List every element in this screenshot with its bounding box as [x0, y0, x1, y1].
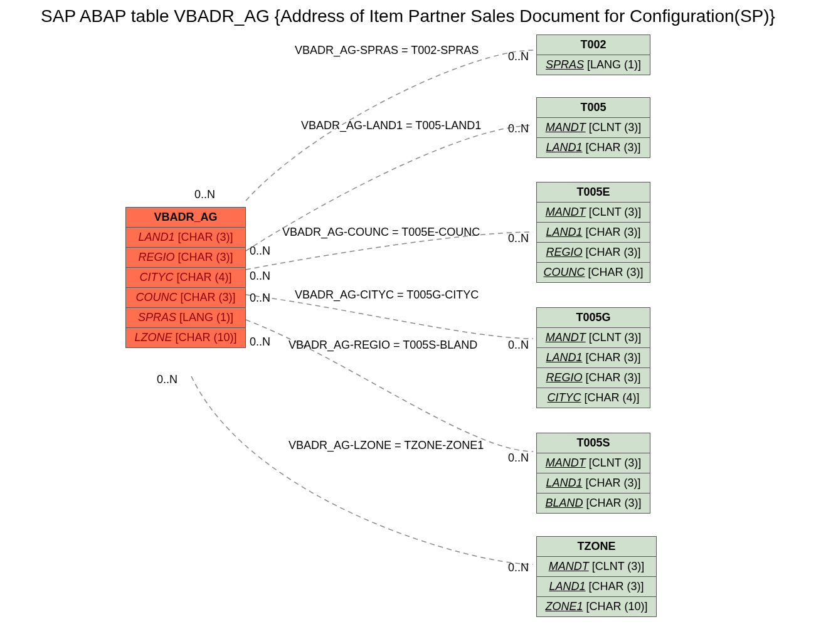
- cardinality-right: 0..N: [508, 232, 529, 245]
- entity-field: REGIO [CHAR (3)]: [537, 243, 650, 263]
- entity-field: CITYC [CHAR (4)]: [537, 388, 650, 408]
- cardinality-left: 0..N: [250, 335, 270, 349]
- entity-field: MANDT [CLNT (3)]: [537, 203, 650, 223]
- cardinality-left: 0..N: [250, 270, 270, 283]
- entity-field: BLAND [CHAR (3)]: [537, 494, 650, 513]
- entity-header: T005: [537, 98, 650, 118]
- cardinality-right: 0..N: [508, 339, 529, 352]
- relation-label: VBADR_AG-REGIO = T005S-BLAND: [289, 339, 477, 352]
- entity-field: LAND1 [CHAR (3)]: [537, 577, 656, 597]
- entity-field: LAND1 [CHAR (3)]: [537, 223, 650, 243]
- entity-header: T005G: [537, 308, 650, 328]
- cardinality-left: 0..N: [157, 373, 178, 386]
- entity-field: MANDT [CLNT (3)]: [537, 118, 650, 138]
- entity-header: TZONE: [537, 537, 656, 557]
- entity-header: T005S: [537, 433, 650, 453]
- entity-field: LAND1 [CHAR (3)]: [537, 473, 650, 494]
- cardinality-left: 0..N: [250, 292, 270, 305]
- entity-t005s: T005S MANDT [CLNT (3)] LAND1 [CHAR (3)] …: [536, 433, 650, 514]
- entity-t005g: T005G MANDT [CLNT (3)] LAND1 [CHAR (3)] …: [536, 307, 650, 408]
- cardinality-left: 0..N: [250, 245, 270, 258]
- relation-label: VBADR_AG-COUNC = T005E-COUNC: [282, 226, 480, 239]
- entity-vbadr-ag: VBADR_AG LAND1 [CHAR (3)] REGIO [CHAR (3…: [125, 207, 246, 348]
- entity-field: LAND1 [CHAR (3)]: [126, 228, 245, 248]
- relation-label: VBADR_AG-SPRAS = T002-SPRAS: [295, 44, 479, 57]
- entity-field: MANDT [CLNT (3)]: [537, 557, 656, 577]
- entity-field: COUNC [CHAR (3)]: [537, 263, 650, 282]
- entity-field: LAND1 [CHAR (3)]: [537, 348, 650, 368]
- entity-field: CITYC [CHAR (4)]: [126, 268, 245, 288]
- relation-lines: [0, 0, 816, 644]
- entity-field: ZONE1 [CHAR (10)]: [537, 597, 656, 616]
- entity-field: SPRAS [LANG (1)]: [126, 308, 245, 328]
- cardinality-right: 0..N: [508, 561, 529, 574]
- entity-t002: T002 SPRAS [LANG (1)]: [536, 34, 650, 75]
- entity-header: T005E: [537, 182, 650, 203]
- entity-header: T002: [537, 35, 650, 55]
- entity-field: MANDT [CLNT (3)]: [537, 453, 650, 473]
- entity-t005e: T005E MANDT [CLNT (3)] LAND1 [CHAR (3)] …: [536, 182, 650, 283]
- entity-field: COUNC [CHAR (3)]: [126, 288, 245, 308]
- entity-field: REGIO [CHAR (3)]: [537, 368, 650, 388]
- cardinality-right: 0..N: [508, 451, 529, 465]
- page-title: SAP ABAP table VBADR_AG {Address of Item…: [0, 6, 816, 26]
- entity-field: SPRAS [LANG (1)]: [537, 55, 650, 75]
- relation-label: VBADR_AG-LZONE = TZONE-ZONE1: [289, 439, 484, 452]
- entity-header: VBADR_AG: [126, 208, 245, 228]
- entity-field: LZONE [CHAR (10)]: [126, 328, 245, 347]
- entity-tzone: TZONE MANDT [CLNT (3)] LAND1 [CHAR (3)] …: [536, 536, 657, 617]
- relation-label: VBADR_AG-LAND1 = T005-LAND1: [301, 119, 481, 132]
- entity-field: REGIO [CHAR (3)]: [126, 248, 245, 268]
- entity-field: LAND1 [CHAR (3)]: [537, 138, 650, 157]
- cardinality-right: 0..N: [508, 50, 529, 63]
- entity-t005: T005 MANDT [CLNT (3)] LAND1 [CHAR (3)]: [536, 97, 650, 158]
- relation-label: VBADR_AG-CITYC = T005G-CITYC: [295, 288, 479, 302]
- cardinality-left: 0..N: [194, 188, 215, 201]
- cardinality-right: 0..N: [508, 122, 529, 135]
- entity-field: MANDT [CLNT (3)]: [537, 328, 650, 348]
